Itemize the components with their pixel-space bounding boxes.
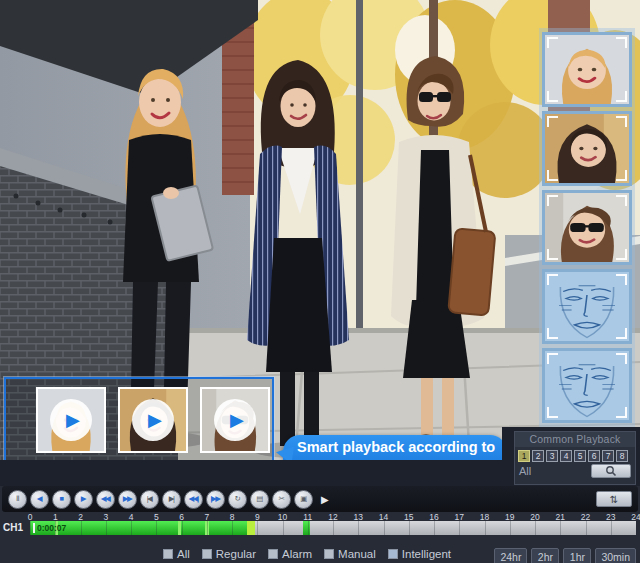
filter-checkbox[interactable]: All — [163, 548, 190, 560]
next-frame-button[interactable]: ▶| — [162, 490, 181, 509]
filter-checkbox[interactable]: Alarm — [268, 548, 312, 560]
hour-tick — [358, 521, 359, 535]
channel-button[interactable]: 2 — [532, 450, 544, 462]
record-type-filters: All Regular Alarm Manual Intelligent — [163, 548, 451, 560]
common-playback-panel: Common Playback 1 2 3 4 5 6 7 8 All — [514, 431, 636, 485]
detected-face-thumb-brunette[interactable] — [542, 111, 632, 186]
hour-tick — [586, 521, 587, 535]
filter-label: Manual — [338, 548, 376, 560]
range-1hr-button[interactable]: 1hr — [563, 548, 591, 563]
play-button[interactable]: ▶ — [74, 490, 93, 509]
range-24hr-button[interactable]: 24hr — [494, 548, 527, 563]
hour-tick — [182, 521, 183, 535]
prev-frame-button[interactable]: |◀ — [140, 490, 159, 509]
all-channels-label: All — [519, 465, 531, 477]
loop-button[interactable]: ↻ — [228, 490, 247, 509]
timeline: CH1 012345678910111213141516171819202122… — [0, 512, 640, 538]
detected-face-thumb-sunglasses[interactable] — [542, 190, 632, 265]
play-icon: ▶ — [226, 411, 244, 429]
hour-tick — [434, 521, 435, 535]
channel-button[interactable]: 5 — [574, 450, 586, 462]
hour-tick — [535, 521, 536, 535]
hour-tick — [384, 521, 385, 535]
range-label: 1hr — [570, 551, 585, 563]
checkbox-icon[interactable] — [202, 549, 212, 559]
channel-button[interactable]: 3 — [546, 450, 558, 462]
channel-button[interactable]: 6 — [588, 450, 600, 462]
face-match-panel: ▶ ▶ ▶ — [4, 377, 274, 460]
transport-buttons: Ⅱ ◀ ■ ▶ ◀◀ ▶▶ |◀ ▶| ◀◀| |▶▶ ↻ ▤ — [8, 490, 316, 509]
channel-selector: 1 2 3 4 5 6 7 8 — [515, 447, 635, 462]
filter-label: Alarm — [282, 548, 312, 560]
hour-tick — [156, 521, 157, 535]
channel-button[interactable]: 1 — [518, 450, 530, 462]
channel-number: 5 — [578, 451, 583, 461]
face-clip-thumb-blonde[interactable]: ▶ — [36, 387, 106, 453]
range-label: 2hr — [538, 551, 553, 563]
channel-number: 4 — [564, 451, 569, 461]
rewind-button[interactable]: ◀◀ — [96, 490, 115, 509]
search-icon — [605, 465, 617, 477]
pause-button[interactable]: Ⅱ — [8, 490, 27, 509]
timeline-segment — [247, 521, 255, 535]
hour-tick — [257, 521, 258, 535]
play-overlay-button[interactable]: ▶ — [50, 399, 92, 441]
range-30min-button[interactable]: 30min — [595, 548, 636, 563]
checkbox-icon[interactable] — [324, 549, 334, 559]
next-file-button[interactable]: |▶▶ — [206, 490, 225, 509]
range-2hr-button[interactable]: 2hr — [531, 548, 559, 563]
clip-list-button[interactable]: ▤ — [250, 490, 269, 509]
checkbox-icon[interactable] — [388, 549, 398, 559]
checkbox-icon[interactable] — [163, 549, 173, 559]
timeline-bar[interactable]: 0:00:07 — [30, 521, 636, 535]
face-clip-thumb-sunglasses[interactable]: ▶ — [200, 387, 270, 453]
common-playback-title: Common Playback — [515, 432, 635, 447]
play-icon: ▶ — [144, 411, 162, 429]
channel-number: 7 — [606, 451, 611, 461]
play-overlay-button[interactable]: ▶ — [132, 399, 174, 441]
face-model-thumb-2[interactable] — [542, 348, 632, 423]
detected-face-thumb-blonde[interactable] — [542, 32, 632, 107]
range-label: 24hr — [500, 551, 521, 563]
hour-tick — [409, 521, 410, 535]
filter-label: Intelligent — [402, 548, 451, 560]
fast-forward-button[interactable]: ▶▶ — [118, 490, 137, 509]
play-overlay-button[interactable]: ▶ — [214, 399, 256, 441]
sync-play-button[interactable]: ⇅ — [596, 491, 632, 507]
filter-checkbox[interactable]: Manual — [324, 548, 376, 560]
prev-file-button[interactable]: ◀◀| — [184, 490, 203, 509]
channel-button[interactable]: 7 — [602, 450, 614, 462]
camera-frame: ▶ ▶ ▶ Smart playback according to the fa… — [0, 0, 640, 460]
hour-tick — [30, 521, 31, 535]
channel-number: 6 — [592, 451, 597, 461]
face-model-thumb-1[interactable] — [542, 269, 632, 344]
clip-cut-button[interactable]: ✂ — [272, 490, 291, 509]
hour-tick — [131, 521, 132, 535]
play-icon: ▶ — [62, 411, 80, 429]
filter-checkbox[interactable]: Intelligent — [388, 548, 451, 560]
checkbox-icon[interactable] — [268, 549, 278, 559]
time-range-buttons: 24hr 2hr 1hr 30min — [494, 548, 636, 563]
channel-button[interactable]: 4 — [560, 450, 572, 462]
hour-tick — [283, 521, 284, 535]
playback-control-bar: Ⅱ ◀ ■ ▶ ◀◀ ▶▶ |◀ ▶| ◀◀| |▶▶ ↻ ▤ — [2, 486, 638, 512]
play-reverse-button[interactable]: ◀ — [30, 490, 49, 509]
hour-tick — [611, 521, 612, 535]
range-label: 30min — [601, 551, 630, 563]
face-clip-thumb-brunette[interactable]: ▶ — [118, 387, 188, 453]
hour-tick — [459, 521, 460, 535]
stop-button[interactable]: ■ — [52, 490, 71, 509]
hour-tick — [308, 521, 309, 535]
backup-button[interactable]: ▣ — [294, 490, 313, 509]
hour-tick — [232, 521, 233, 535]
search-button[interactable] — [591, 464, 631, 478]
hour-tick — [333, 521, 334, 535]
channel-label: CH1 — [3, 522, 23, 533]
hour-tick — [106, 521, 107, 535]
common-playback-footer: All — [515, 462, 635, 478]
filter-checkbox[interactable]: Regular — [202, 548, 256, 560]
callout-text: Smart playback according to the face det… — [297, 438, 499, 460]
channel-button[interactable]: 8 — [616, 450, 628, 462]
hour-tick — [560, 521, 561, 535]
expand-controls-icon[interactable]: ▶ — [321, 494, 329, 505]
